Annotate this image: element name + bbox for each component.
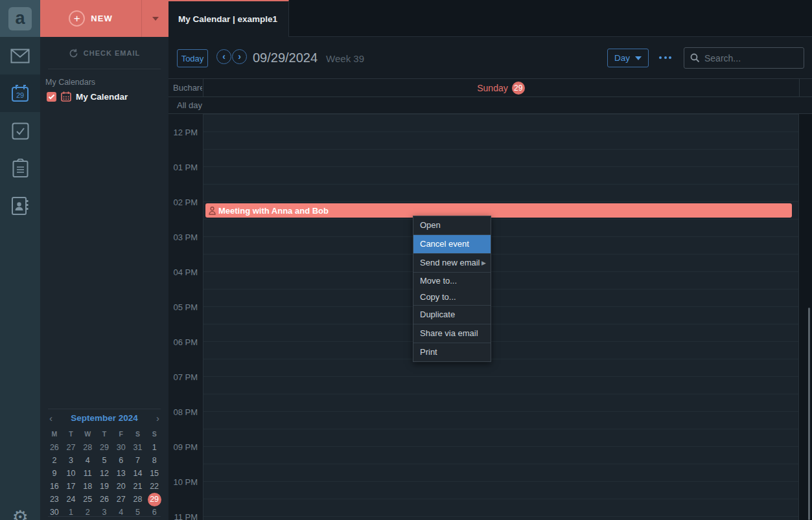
search-icon [690, 53, 700, 63]
calendar-color-icon [61, 91, 71, 102]
mini-calendar-day[interactable]: 26 [46, 441, 63, 454]
mini-calendar-day[interactable]: 22 [146, 480, 163, 493]
mini-calendar-day[interactable]: 25 [79, 493, 96, 506]
hour-label: 03 PM [173, 232, 198, 242]
new-dropdown-button[interactable] [142, 0, 168, 37]
day-header[interactable]: Sunday 29 [203, 79, 799, 97]
mini-calendar-day[interactable]: 4 [113, 506, 130, 519]
rail-item-tasks[interactable] [0, 112, 40, 150]
mini-calendar-day[interactable]: 10 [63, 467, 80, 480]
mini-calendar-day[interactable]: 26 [96, 493, 113, 506]
mini-calendar-selected-day[interactable]: 29 [146, 493, 163, 506]
mini-calendar-day[interactable]: 17 [63, 480, 80, 493]
mini-calendar-day[interactable]: 5 [96, 454, 113, 467]
mini-calendar-day[interactable]: 30 [46, 506, 63, 519]
hour-label: 04 PM [173, 267, 198, 277]
context-menu-item-share-via-email[interactable]: Share via email [413, 324, 491, 343]
more-options-button[interactable] [659, 56, 671, 59]
day-column[interactable] [203, 114, 799, 520]
mini-calendar-day[interactable]: 16 [46, 480, 63, 493]
context-menu-item-cancel-event[interactable]: Cancel event [413, 235, 491, 253]
check-email-button[interactable]: CHECK EMAIL [40, 37, 168, 69]
chevron-down-icon [152, 17, 159, 21]
mini-calendar-day[interactable]: 31 [130, 441, 146, 454]
rail-item-mail[interactable] [0, 37, 40, 74]
chevron-down-icon [635, 56, 642, 60]
mini-calendar-day[interactable]: 15 [146, 467, 163, 480]
mini-calendar-day[interactable]: 6 [146, 506, 163, 519]
mini-calendar: ‹ September 2024 › MTWTFSS 2627282930311… [40, 409, 168, 519]
mini-calendar-day[interactable]: 30 [113, 441, 130, 454]
hour-label: 02 PM [173, 198, 198, 207]
rail-item-contacts[interactable] [0, 187, 40, 225]
week-number: Week 39 [326, 52, 364, 64]
mini-calendar-day[interactable]: 1 [63, 506, 80, 519]
view-selector-dropdown[interactable]: Day [607, 49, 649, 67]
hour-label: 07 PM [173, 372, 198, 382]
vertical-scrollbar[interactable] [808, 308, 810, 520]
mini-calendar-day[interactable]: 28 [130, 493, 146, 506]
today-button[interactable]: Today [177, 49, 208, 67]
calendar-checkbox[interactable] [47, 92, 56, 102]
mini-calendar-day[interactable]: 18 [79, 480, 96, 493]
rail-item-calendar[interactable]: 29 [0, 74, 40, 112]
new-button-main[interactable]: + NEW [40, 10, 141, 27]
mini-calendar-dow-label: W [79, 428, 96, 440]
event-meeting-with-anna-and-bob[interactable]: Meeting with Anna and Bob [205, 203, 792, 218]
mini-calendar-day[interactable]: 23 [46, 493, 63, 506]
mini-calendar-title[interactable]: September 2024 [62, 413, 146, 423]
hour-label: 01 PM [173, 163, 198, 172]
mini-calendar-day[interactable]: 5 [130, 506, 146, 519]
mini-calendar-day[interactable]: 28 [79, 441, 96, 454]
search-input[interactable] [704, 53, 798, 63]
mini-calendar-day[interactable]: 21 [130, 480, 146, 493]
mini-calendar-day[interactable]: 2 [79, 506, 96, 519]
mini-calendar-day[interactable]: 11 [79, 467, 96, 480]
mini-calendar-day[interactable]: 13 [113, 467, 130, 480]
mini-calendar-day[interactable]: 24 [63, 493, 80, 506]
rail-item-notes[interactable] [0, 150, 40, 187]
mini-calendar-day[interactable]: 9 [46, 467, 63, 480]
event-context-menu: OpenCancel eventSend new email▶Move to..… [413, 216, 491, 362]
mini-calendar-day[interactable]: 19 [96, 480, 113, 493]
chevron-left-icon: ‹ [222, 51, 226, 62]
sidebar-divider [48, 69, 161, 69]
mini-calendar-day[interactable]: 12 [96, 467, 113, 480]
rail-item-settings[interactable]: ⚙ [0, 508, 40, 520]
mini-calendar-day[interactable]: 3 [63, 454, 80, 467]
tab-bar: My Calendar | example1 [168, 0, 812, 37]
gear-icon: ⚙ [12, 508, 28, 520]
tab-my-calendar[interactable]: My Calendar | example1 [168, 0, 289, 37]
mini-calendar-day[interactable]: 1 [146, 441, 163, 454]
next-day-button[interactable]: › [232, 49, 247, 64]
context-menu-item-send-new-email[interactable]: Send new email▶ [413, 254, 491, 272]
hour-label: 12 PM [173, 128, 198, 137]
context-menu-item-open[interactable]: Open [413, 216, 491, 234]
all-day-row[interactable]: All day [168, 97, 812, 114]
mini-calendar-day[interactable]: 14 [130, 467, 146, 480]
context-menu-item-duplicate[interactable]: Duplicate [413, 306, 491, 324]
previous-day-button[interactable]: ‹ [216, 49, 231, 64]
context-menu-item-print[interactable]: Print [413, 343, 491, 361]
attendee-icon [209, 207, 216, 215]
mini-calendar-prev-button[interactable]: ‹ [49, 413, 62, 424]
check-email-label: CHECK EMAIL [84, 49, 140, 57]
new-button[interactable]: + NEW [40, 0, 168, 37]
mini-calendar-day[interactable]: 29 [96, 441, 113, 454]
mini-calendar-day[interactable]: 27 [63, 441, 80, 454]
context-menu-item-move-to[interactable]: Move to... [413, 273, 491, 289]
calendar-list-item[interactable]: My Calendar [47, 91, 128, 102]
mini-calendar-day[interactable]: 3 [96, 506, 113, 519]
mini-calendar-day[interactable]: 20 [113, 480, 130, 493]
mini-calendar-bottom-divider [48, 516, 161, 517]
view-selector-value: Day [614, 53, 630, 63]
mini-calendar-day[interactable]: 7 [130, 454, 146, 467]
context-menu-item-copy-to[interactable]: Copy to... [413, 289, 491, 305]
timezone-label: Buchare [173, 79, 202, 97]
mini-calendar-day[interactable]: 27 [113, 493, 130, 506]
mini-calendar-day[interactable]: 4 [79, 454, 96, 467]
mini-calendar-next-button[interactable]: › [146, 413, 159, 424]
mini-calendar-day[interactable]: 2 [46, 454, 63, 467]
mini-calendar-day[interactable]: 8 [146, 454, 163, 467]
mini-calendar-day[interactable]: 6 [113, 454, 130, 467]
